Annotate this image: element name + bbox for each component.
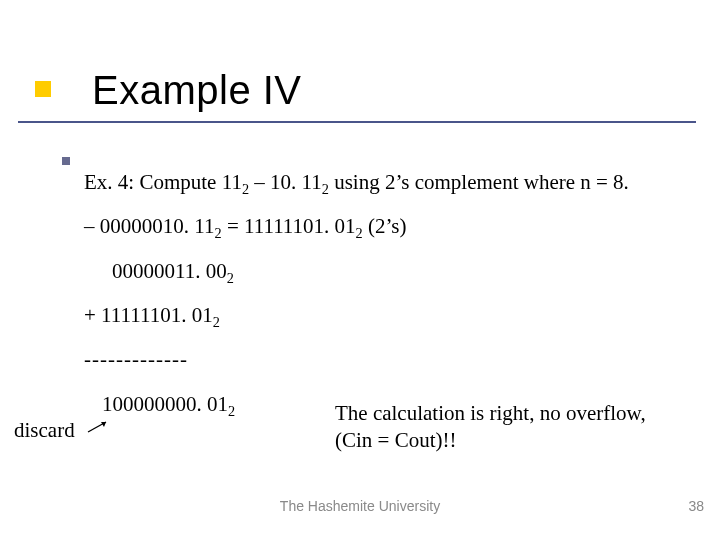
note-line2: (Cin = Cout)!!	[335, 428, 457, 452]
overflow-note: The calculation is right, no overflow, (…	[335, 400, 705, 455]
slide: Example IV Ex. 4: Compute 112 – 10. 112 …	[0, 0, 720, 540]
operand-1: 00000011. 002	[84, 257, 684, 285]
result-text: 100000000. 01	[102, 392, 228, 416]
problem-mid: – 10. 11	[249, 170, 322, 194]
op2-plus: +	[84, 303, 101, 327]
discard-label: discard	[14, 418, 75, 443]
bullet-square-icon	[62, 157, 70, 165]
operand-2: + 11111101. 012	[84, 301, 684, 329]
slide-title: Example IV	[92, 68, 302, 113]
title-underline	[18, 121, 696, 123]
problem-statement: Ex. 4: Compute 112 – 10. 112 using 2’s c…	[84, 168, 684, 196]
slide-body: Ex. 4: Compute 112 – 10. 112 using 2’s c…	[84, 168, 684, 434]
op1-text: 00000011. 00	[112, 259, 227, 283]
separator-dashes: -------------	[84, 345, 684, 373]
result-sub: 2	[228, 403, 235, 419]
problem-tail: using 2’s complement where n = 8.	[329, 170, 629, 194]
problem-sub1: 2	[242, 181, 249, 197]
conversion-line: – 00000010. 112 = 11111101. 012 (2’s)	[84, 212, 684, 240]
conv-s1: 2	[214, 226, 221, 242]
op1-sub: 2	[227, 270, 234, 286]
op2-sub: 2	[213, 314, 220, 330]
conv-s2: 2	[356, 226, 363, 242]
problem-lead: Ex. 4: Compute 11	[84, 170, 242, 194]
conv-p3: (2’s)	[363, 214, 407, 238]
footer-university: The Hashemite University	[0, 498, 720, 514]
accent-square-icon	[35, 81, 51, 97]
conv-p2: = 11111101. 01	[222, 214, 356, 238]
note-line1: The calculation is right, no overflow,	[335, 401, 646, 425]
problem-sub2: 2	[322, 181, 329, 197]
footer-page-number: 38	[688, 498, 704, 514]
op2-text: 11111101. 01	[101, 303, 213, 327]
conv-p1: – 00000010. 11	[84, 214, 214, 238]
